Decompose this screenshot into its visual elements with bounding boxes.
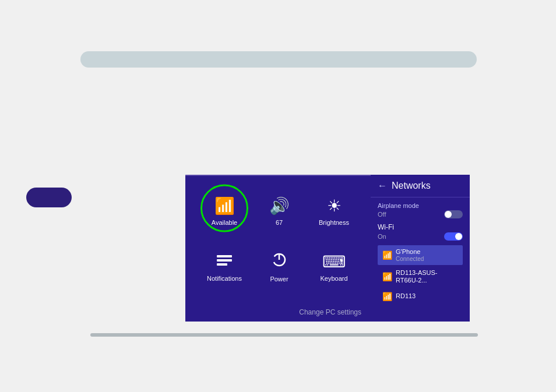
action-center-divider: [185, 175, 373, 176]
purple-pill-button[interactable]: [26, 188, 72, 207]
tile-brightness[interactable]: ☀ Brightness: [307, 184, 361, 239]
tile-keyboard[interactable]: ⌨ Keyboard: [307, 239, 361, 296]
svg-rect-0: [217, 255, 232, 257]
networks-panel: ← Networks Airplane mode Off Wi-Fi On 📶 …: [371, 175, 470, 322]
networks-content: Airplane mode Off Wi-Fi On 📶 G'Phone Con…: [371, 197, 470, 322]
notifications-label: Notifications: [207, 275, 242, 282]
volume-label: 67: [276, 219, 283, 227]
wifi-status: On: [378, 233, 386, 240]
networks-title: Networks: [392, 181, 431, 191]
wifi-toggle-row: On: [378, 232, 463, 241]
airplane-mode-toggle-knob: [445, 211, 452, 218]
tile-available[interactable]: 📶 Available: [197, 184, 252, 239]
wifi-network-item[interactable]: 📶 RD113-ASUS-RT66U-2...: [378, 266, 463, 287]
networks-header: ← Networks: [371, 175, 470, 197]
wifi-signal-icon: 📶: [382, 272, 392, 281]
bottom-bar: [90, 333, 478, 337]
available-label: Available: [212, 219, 237, 227]
airplane-mode-row: Off: [378, 210, 463, 218]
wifi-signal-icon: 📶: [382, 292, 392, 301]
tile-notifications[interactable]: Notifications: [197, 239, 252, 296]
wifi-network-item[interactable]: 📶 RD113: [378, 289, 463, 304]
wifi-network-name: RD113: [396, 292, 416, 300]
wifi-network-status: Connected: [396, 256, 424, 262]
wifi-toggle[interactable]: [444, 232, 463, 241]
tiles-grid: 📶 Available 🔊 67 ☀ Brightness Notificati…: [185, 178, 373, 302]
available-icon: 📶: [214, 196, 235, 216]
change-pc-settings-link[interactable]: Change PC settings: [299, 308, 361, 316]
airplane-mode-status: Off: [378, 211, 386, 218]
keyboard-label: Keyboard: [320, 275, 347, 282]
volume-icon: 🔊: [269, 196, 290, 216]
wifi-toggle-knob: [455, 233, 462, 240]
wifi-network-info: RD113: [396, 292, 416, 300]
wifi-network-info: RD113-ASUS-RT66U-2...: [396, 269, 458, 284]
keyboard-icon: ⌨: [322, 252, 346, 271]
tile-power[interactable]: Power: [252, 239, 307, 296]
wifi-network-name: RD113-ASUS-RT66U-2...: [396, 269, 458, 284]
power-icon: [271, 252, 287, 272]
action-center-bottom: Change PC settings: [185, 302, 373, 322]
wifi-network-item[interactable]: 📶 G'Phone Connected: [378, 245, 463, 265]
action-center-panel: 📶 Available 🔊 67 ☀ Brightness Notificati…: [185, 175, 373, 322]
top-search-bar[interactable]: [80, 51, 477, 68]
wifi-label: Wi-Fi: [378, 223, 463, 231]
airplane-mode-toggle[interactable]: [444, 210, 463, 218]
brightness-label: Brightness: [319, 219, 349, 227]
notifications-icon: [216, 253, 233, 271]
brightness-icon: ☀: [327, 196, 342, 216]
wifi-networks-list: 📶 G'Phone Connected 📶 RD113-ASUS-RT66U-2…: [378, 245, 463, 304]
networks-back-icon[interactable]: ←: [378, 181, 387, 191]
power-label: Power: [270, 276, 288, 283]
svg-rect-2: [217, 263, 227, 266]
tile-volume[interactable]: 🔊 67: [252, 184, 307, 239]
airplane-mode-label: Airplane mode: [378, 202, 463, 209]
wifi-network-name: G'Phone: [396, 248, 424, 256]
wifi-network-info: G'Phone Connected: [396, 248, 424, 262]
wifi-signal-icon: 📶: [382, 250, 392, 260]
svg-rect-1: [217, 259, 232, 262]
